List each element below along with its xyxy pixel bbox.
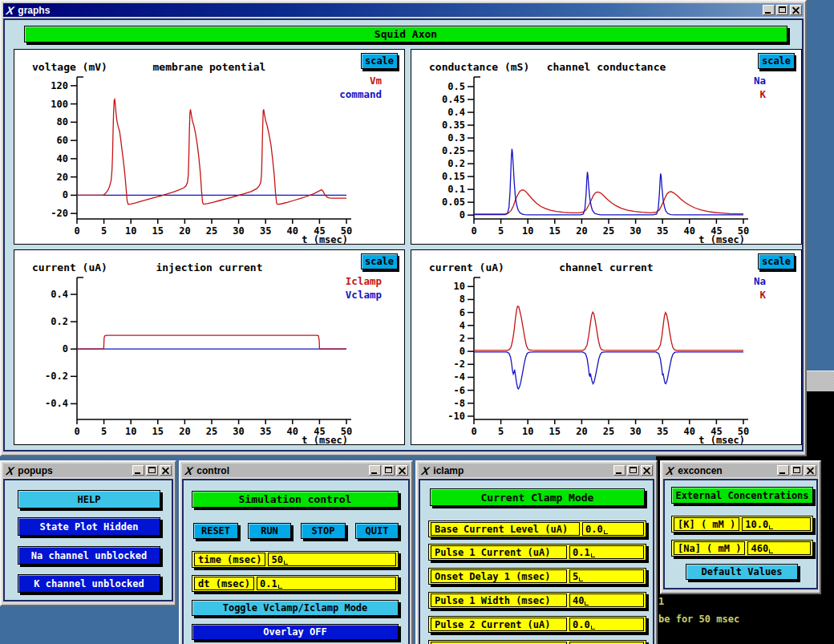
svg-text:0.2: 0.2 <box>51 316 68 327</box>
minimize-icon[interactable] <box>132 465 144 476</box>
svg-text:20: 20 <box>57 172 68 183</box>
pulse1-current-input[interactable]: 0.1 <box>569 545 644 559</box>
onset-delay1-input[interactable]: 5 <box>569 569 644 583</box>
svg-text:25: 25 <box>603 426 614 437</box>
maximize-icon[interactable] <box>791 465 803 476</box>
overlay-button[interactable]: Overlay OFF <box>192 624 399 640</box>
svg-text:0.45: 0.45 <box>442 94 465 105</box>
svg-text:100: 100 <box>51 99 68 110</box>
x-window-logo-icon: X <box>666 464 675 477</box>
minimize-icon[interactable] <box>369 465 381 476</box>
help-button[interactable]: HELP <box>18 490 160 508</box>
reset-button[interactable]: RESET <box>193 523 238 539</box>
maximize-icon[interactable] <box>776 5 788 15</box>
titlebar-iclamp[interactable]: X iclamp <box>419 464 654 477</box>
svg-text:0.05: 0.05 <box>442 196 465 208</box>
maximize-icon[interactable] <box>146 465 158 476</box>
close-icon[interactable] <box>804 465 816 476</box>
titlebar-control[interactable]: X control <box>182 464 410 477</box>
close-icon[interactable] <box>641 465 653 476</box>
graph-title: injection current <box>14 261 404 273</box>
text-cursor-icon <box>579 577 583 581</box>
maximize-icon[interactable] <box>383 465 395 476</box>
graph-panel-injection-current: 0.40.20-0.2-0.405101520253035404550t (ms… <box>14 249 405 445</box>
legend: Na K <box>754 274 766 302</box>
terminal-line: be for 50 msec <box>658 614 739 625</box>
titlebar-exconcen[interactable]: X exconcen <box>663 464 818 477</box>
svg-text:0.2: 0.2 <box>447 158 465 169</box>
default-values-button[interactable]: Default Values <box>686 564 798 580</box>
k-concentration-field: [K] ( mM ) 10.0 <box>671 516 813 533</box>
svg-text:15: 15 <box>549 225 561 237</box>
terminal-window-edge <box>807 371 834 391</box>
maximize-icon[interactable] <box>627 465 639 476</box>
svg-text:0.3: 0.3 <box>447 132 465 144</box>
chart-canvas: 0.50.450.40.350.30.250.20.150.10.0500510… <box>411 50 801 244</box>
na-concentration-field: [Na] ( mM ) 460 <box>671 540 813 557</box>
terminal-line: 1 <box>658 596 664 607</box>
window-title: iclamp <box>433 465 610 476</box>
titlebar-popups[interactable]: X popups <box>3 464 173 477</box>
svg-text:t (msec): t (msec) <box>302 435 348 444</box>
svg-text:25: 25 <box>603 225 614 237</box>
svg-text:30: 30 <box>630 426 641 437</box>
pulse1-width-input[interactable]: 40 <box>569 593 644 607</box>
external-concentrations-banner: External Concentrations <box>671 487 813 504</box>
svg-text:40: 40 <box>57 153 68 164</box>
run-button[interactable]: RUN <box>248 523 291 539</box>
scale-button[interactable]: scale <box>361 253 398 269</box>
text-cursor-icon <box>585 601 589 606</box>
scale-button[interactable]: scale <box>361 53 398 69</box>
svg-text:10: 10 <box>125 426 136 437</box>
minimize-icon[interactable] <box>763 5 775 15</box>
dt-input[interactable]: 0.1 <box>257 577 396 590</box>
legend-entry: Na <box>754 274 766 288</box>
minimize-icon[interactable] <box>777 465 789 476</box>
k-concentration-input[interactable]: 10.0 <box>742 517 811 531</box>
scale-button[interactable]: scale <box>758 253 795 269</box>
scale-button[interactable]: scale <box>758 53 795 69</box>
na-concentration-input[interactable]: 460 <box>747 541 811 555</box>
field-label: Pulse 2 Current (uA) <box>431 618 567 631</box>
svg-text:-0.4: -0.4 <box>45 398 68 409</box>
svg-text:30: 30 <box>233 225 244 237</box>
close-icon[interactable] <box>396 465 408 476</box>
text-cursor-icon <box>591 553 595 557</box>
quit-button[interactable]: QUIT <box>355 523 399 539</box>
svg-text:20: 20 <box>179 426 190 437</box>
svg-text:6: 6 <box>460 307 465 318</box>
close-icon[interactable] <box>790 5 802 15</box>
current-clamp-banner: Current Clamp Mode <box>430 488 645 506</box>
svg-text:-2: -2 <box>454 358 465 370</box>
svg-text:t (msec): t (msec) <box>302 234 348 244</box>
toggle-clamp-mode-button[interactable]: Toggle Vclamp/Iclamp Mode <box>192 600 399 616</box>
base-current-input[interactable]: 0.0 <box>582 522 644 536</box>
svg-text:30: 30 <box>630 225 641 237</box>
k-channel-block-button[interactable]: K channel unblocked <box>18 574 160 593</box>
popups-app-area: HELP State Plot Hidden Na channel unbloc… <box>3 479 173 601</box>
svg-text:25: 25 <box>206 426 217 437</box>
stop-button[interactable]: STOP <box>301 523 346 539</box>
svg-text:8: 8 <box>460 294 465 305</box>
svg-text:0: 0 <box>63 343 68 354</box>
onset-delay1-field: Onset Delay 1 (msec) 5 <box>428 568 646 585</box>
svg-text:0: 0 <box>471 225 476 237</box>
svg-text:0.5: 0.5 <box>447 81 465 92</box>
state-plot-button[interactable]: State Plot Hidden <box>18 517 160 536</box>
field-label: Base Current Level (uA) <box>431 522 580 536</box>
svg-text:0.4: 0.4 <box>447 107 465 118</box>
clipped-field <box>428 640 646 644</box>
svg-text:-10: -10 <box>447 411 465 422</box>
svg-text:35: 35 <box>657 426 668 437</box>
graph-panel-membrane-potential: 120100806040200-2005101520253035404550t … <box>14 49 405 245</box>
close-icon[interactable] <box>160 465 172 476</box>
na-channel-block-button[interactable]: Na channel unblocked <box>18 546 160 565</box>
minimize-icon[interactable] <box>613 465 626 476</box>
pulse2-current-input[interactable]: 0.0 <box>569 618 644 631</box>
field-label: dt (msec) <box>194 577 254 590</box>
svg-text:0.15: 0.15 <box>442 171 465 182</box>
titlebar-graphs[interactable]: X graphs <box>3 3 804 17</box>
legend-entry: command <box>339 87 382 101</box>
time-input[interactable]: 50 <box>268 553 396 566</box>
text-cursor-icon <box>284 561 288 565</box>
